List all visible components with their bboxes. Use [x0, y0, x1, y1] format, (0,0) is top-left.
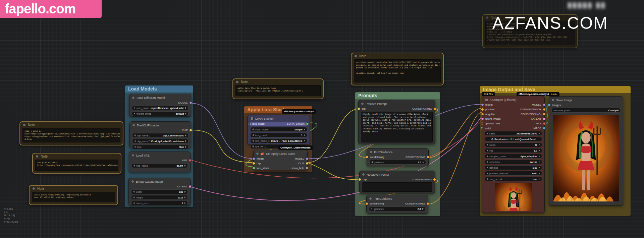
widget-width[interactable]: width832 — [131, 189, 188, 194]
output-port-latent[interactable] — [189, 185, 192, 188]
left-arrow-icon[interactable] — [133, 191, 135, 193]
widget-sampler-name[interactable]: sampler_namedpm_adaptive — [485, 154, 542, 159]
note-text[interactable]: positive prompt: eschreibe das bild DETA… — [354, 59, 441, 82]
note-prompting[interactable]: Note positive prompt: eschreibe das bild… — [351, 53, 444, 85]
node-collapse-icon[interactable] — [361, 102, 364, 105]
note-collapse-icon[interactable] — [23, 123, 26, 126]
node-collapse-icon[interactable] — [362, 173, 365, 176]
node-collapse-icon[interactable] — [256, 152, 259, 155]
right-arrow-icon[interactable] — [185, 113, 186, 115]
left-arrow-icon[interactable] — [252, 134, 254, 136]
right-arrow-icon[interactable] — [539, 172, 540, 174]
left-arrow-icon[interactable] — [252, 128, 254, 130]
widget-scheduler[interactable]: schedulerkarras — [485, 160, 542, 164]
widget-clip-name2[interactable]: clip_name2t5xxl_fp8_e4m3fn.safetensors — [132, 139, 189, 143]
left-arrow-icon[interactable] — [371, 208, 372, 210]
output-port-show-help[interactable] — [306, 167, 309, 170]
node-collapse-icon[interactable] — [551, 99, 554, 102]
left-arrow-icon[interactable] — [487, 150, 488, 152]
widget-type[interactable]: typeflux — [132, 144, 189, 149]
input-port-negative[interactable] — [481, 113, 484, 116]
left-arrow-icon[interactable] — [134, 113, 135, 115]
output-port-conditioning[interactable] — [426, 202, 429, 205]
left-arrow-icon[interactable] — [134, 134, 136, 136]
right-arrow-icon[interactable] — [184, 191, 186, 193]
left-arrow-icon[interactable] — [487, 132, 488, 134]
output-port-conditioning-minus[interactable] — [543, 113, 546, 116]
right-arrow-icon[interactable] — [539, 132, 540, 134]
node-collapse-icon[interactable] — [132, 124, 135, 127]
left-arrow-icon[interactable] — [134, 107, 135, 109]
randomize-seed-button[interactable]: ⚙Randomize /♻Last Queued Seed — [485, 137, 542, 141]
right-arrow-icon[interactable] — [539, 167, 540, 169]
note-collapse-icon[interactable] — [32, 187, 35, 190]
input-port-latent-image[interactable] — [481, 117, 484, 120]
note-text[interactable]: clip_l gibt es hier:https://huggingface.… — [22, 128, 120, 142]
comfyui-canvas[interactable]: Load Models Apply Lora Stack Prompts Ima… — [0, 0, 644, 238]
prompt-textarea[interactable] — [362, 182, 432, 192]
note-lora-model[interactable]: Note wähle dein flux lora model. hier: <… — [232, 78, 324, 99]
widget-steps[interactable]: steps20 — [485, 142, 542, 147]
left-arrow-icon[interactable] — [134, 140, 136, 142]
right-arrow-icon[interactable] — [184, 196, 186, 198]
right-arrow-icon[interactable] — [185, 107, 186, 109]
note-text[interactable]: wähle dein flux lora model. hier: <lora:… — [235, 85, 321, 96]
node-empty-latent-image[interactable]: Empty Latent Image LATENT width832 heigh… — [128, 178, 191, 206]
right-arrow-icon[interactable] — [539, 144, 540, 146]
input-port-clip[interactable] — [357, 107, 360, 110]
node-collapse-icon[interactable] — [369, 151, 372, 154]
lora-stack-io-row[interactable]: lora_stack LORA_STACK — [250, 122, 307, 126]
left-arrow-icon[interactable] — [487, 155, 488, 157]
left-arrow-icon[interactable] — [487, 178, 488, 180]
group-title-load-models[interactable]: Load Models — [125, 85, 193, 93]
node-positive-prompt[interactable]: Positive Prompt clip CONDITIONING Highly… — [358, 100, 435, 144]
output-port-clip[interactable] — [189, 129, 192, 132]
output-port-model[interactable] — [306, 157, 309, 160]
right-arrow-icon[interactable] — [184, 165, 186, 167]
right-arrow-icon[interactable] — [539, 155, 540, 157]
node-collapse-icon[interactable] — [131, 180, 134, 183]
note-text[interactable]: wähle deine bildauflösung. empfehlung 10… — [32, 192, 115, 202]
input-port-script[interactable] — [481, 127, 483, 129]
output-port-model[interactable] — [543, 103, 546, 106]
note-clip-links[interactable]: Note clip_l gibt es hier:https://hugging… — [19, 121, 123, 145]
right-arrow-icon[interactable] — [539, 161, 540, 163]
node-collapse-icon[interactable] — [369, 197, 372, 200]
left-arrow-icon[interactable] — [133, 202, 135, 204]
output-port-vae[interactable] — [189, 159, 192, 162]
right-arrow-icon[interactable] — [185, 134, 186, 136]
output-port-conditioning[interactable] — [433, 107, 436, 110]
left-arrow-icon[interactable] — [134, 146, 136, 148]
note-collapse-icon[interactable] — [486, 16, 489, 19]
widget-guidance[interactable]: guidance2.0 — [369, 206, 426, 211]
node-save-image[interactable]: Save Image images filename_prefixComfyUI — [549, 96, 623, 205]
note-vae-link[interactable]: Note vae gibt es hier: https://huggingfa… — [32, 153, 121, 174]
right-arrow-icon[interactable] — [539, 150, 540, 152]
input-port-positive[interactable] — [481, 108, 484, 111]
left-arrow-icon[interactable] — [252, 140, 254, 142]
note-text[interactable]: vae gibt es hier: https://huggingface.co… — [35, 160, 118, 171]
input-port-lora-stack[interactable] — [249, 123, 251, 125]
left-arrow-icon[interactable] — [487, 161, 488, 163]
widget-guidance[interactable]: guidance2.0 — [369, 160, 426, 165]
left-arrow-icon[interactable] — [133, 196, 135, 198]
output-port-conditioning[interactable] — [433, 178, 436, 181]
node-load-vae[interactable]: Load VAE VAE vae_nameae.sft — [129, 152, 191, 172]
node-ksampler-efficient[interactable]: KSampler (Efficient) model MODEL positiv… — [482, 96, 545, 213]
input-port-clip[interactable] — [358, 178, 361, 181]
widget-lora-count[interactable]: lora_count1 — [250, 133, 307, 137]
note-collapse-icon[interactable] — [236, 80, 239, 83]
widget-lora-name-1[interactable]: lora_name_1Dilara_-_Flux_Lora d1l4r4... — [250, 138, 307, 143]
output-port-clip[interactable] — [306, 162, 309, 165]
node-fluxguidance-positive[interactable]: FluxGuidance conditioning CONDITIONING g… — [367, 148, 429, 166]
input-port-optional-vae[interactable] — [481, 122, 483, 125]
widget-weight-dtype[interactable]: weight_dtypedefault — [132, 111, 189, 116]
node-cr-apply-lora-stack[interactable]: CR Apply LoRA Stack model MODEL clip CLI… — [253, 150, 308, 170]
widget-input-mode[interactable]: input_modesimple — [250, 127, 307, 132]
right-arrow-icon[interactable] — [185, 146, 186, 148]
widget-unet-name[interactable]: unet_namecopaxTimeless_xplus4.safet... — [132, 106, 189, 110]
left-arrow-icon[interactable] — [487, 144, 488, 146]
widget-vae-decode[interactable]: vae_decodetrue — [485, 177, 542, 181]
widget-preview-method[interactable]: preview_methodauto — [485, 171, 542, 176]
right-arrow-icon[interactable] — [184, 202, 186, 204]
